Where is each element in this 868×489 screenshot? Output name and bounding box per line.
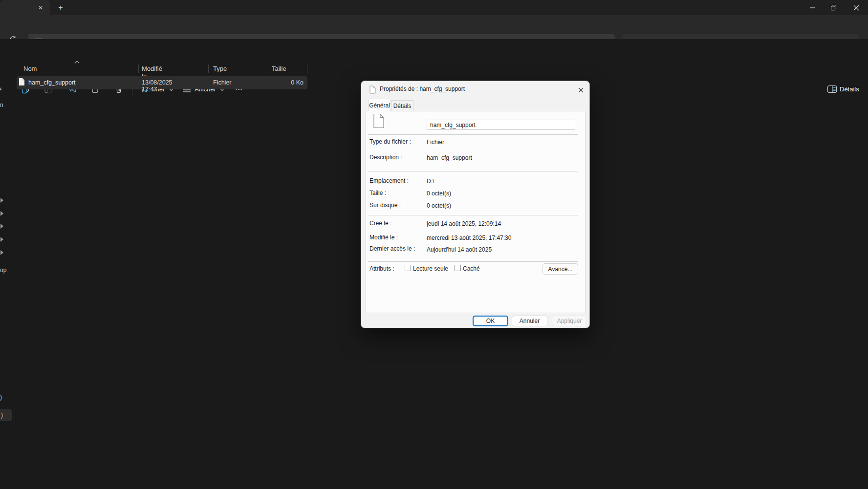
properties-dialog: Propriétés de : ham_cfg_support Général … <box>361 81 590 328</box>
attributes-label: Attributs : <box>369 265 394 272</box>
column-header-name[interactable]: Nom <box>23 65 37 72</box>
tab-close-icon[interactable]: ✕ <box>36 3 45 12</box>
field-label: Taille : <box>369 190 386 196</box>
field-label: Dernier accès le : <box>369 245 415 252</box>
general-tab-page: Type du fichier : Fichier Description : … <box>366 111 586 313</box>
field-value: ham_cfg_support <box>427 154 472 161</box>
tab-bar: ✕ + <box>0 0 868 15</box>
field-value: jeudi 14 août 2025, 12:09:14 <box>427 220 501 227</box>
column-header-size[interactable]: Taille <box>272 65 286 72</box>
field-label: Sur disque : <box>369 202 401 209</box>
file-modified: 13/08/2025 17:47 <box>142 79 173 93</box>
sort-ascending-caret-icon <box>74 61 80 64</box>
cancel-button[interactable]: Annuler <box>512 316 547 326</box>
read-only-checkbox[interactable] <box>405 265 411 271</box>
field-label: Créé le : <box>369 220 391 227</box>
separator <box>368 215 578 215</box>
command-bar: ✂ A <box>0 39 868 61</box>
separator <box>368 261 578 262</box>
dialog-title: Propriétés de : ham_cfg_support <box>380 85 465 92</box>
nav-pane-splitter[interactable] <box>15 61 15 486</box>
field-value: Fichier <box>427 139 444 146</box>
field-label: Emplacement : <box>369 177 409 184</box>
address-bar: › Ce PC › Lecteur USB (D:) Rechercher da… <box>0 15 868 39</box>
field-label: Modifié le : <box>369 234 398 241</box>
hidden-checkbox[interactable] <box>455 265 461 271</box>
minimize-icon <box>809 5 815 11</box>
field-label: Type du fichier : <box>369 138 411 145</box>
separator <box>368 171 578 171</box>
field-label: Description : <box>369 154 402 161</box>
read-only-label: Lecture seule <box>413 265 448 272</box>
details-pane-label: Détails <box>840 85 859 93</box>
file-size: 0 Ko <box>264 79 304 86</box>
ok-button[interactable]: OK <box>473 316 508 326</box>
file-type-icon <box>373 113 385 128</box>
close-icon <box>578 87 584 93</box>
tab-details[interactable]: Détails <box>391 100 413 111</box>
close-icon <box>853 5 859 11</box>
nav-item-fragment[interactable]: ) <box>0 394 2 401</box>
tab-details-label: Détails <box>393 103 412 109</box>
field-value: 0 octet(s) <box>427 190 451 197</box>
nav-item-fragment[interactable]: n <box>0 102 3 108</box>
file-name-input[interactable] <box>427 120 575 130</box>
minimize-button[interactable] <box>802 0 823 15</box>
nav-item-fragment[interactable]: op <box>0 267 6 274</box>
dialog-file-icon <box>369 85 376 94</box>
details-pane-button[interactable]: Détails <box>827 84 866 96</box>
cut-button[interactable]: ✂ <box>0 85 2 94</box>
tab-general-label: Général <box>369 102 390 109</box>
restore-icon <box>830 4 837 11</box>
tree-expand-chevron-icon[interactable] <box>0 223 4 229</box>
column-divider[interactable] <box>208 64 209 73</box>
field-value: 0 octet(s) <box>427 202 451 209</box>
field-value: mercredi 13 août 2025, 17:47:30 <box>427 234 511 241</box>
details-pane-icon <box>827 85 837 94</box>
column-header-type[interactable]: Type <box>213 65 227 72</box>
tree-expand-chevron-icon[interactable] <box>0 250 4 255</box>
file-name: ham_cfg_support <box>28 79 76 86</box>
tab-general[interactable]: Général <box>368 99 391 111</box>
advanced-button[interactable]: Avancé... <box>542 263 578 275</box>
separator <box>368 134 578 135</box>
dialog-close-button[interactable] <box>575 85 586 95</box>
hidden-label: Caché <box>463 265 480 272</box>
column-divider[interactable] <box>268 64 268 73</box>
tree-expand-chevron-icon[interactable] <box>0 211 4 216</box>
cut-icon: ✂ <box>0 85 2 93</box>
field-value: Aujourd'hui 14 août 2025 <box>427 246 492 253</box>
new-tab-button[interactable]: + <box>55 2 66 13</box>
file-type: Fichier <box>213 79 232 86</box>
close-button[interactable] <box>844 0 868 15</box>
tree-expand-chevron-icon[interactable] <box>0 236 4 242</box>
column-divider[interactable] <box>138 64 139 73</box>
explorer-tab[interactable]: ✕ <box>0 0 50 15</box>
maximize-button[interactable] <box>823 0 844 15</box>
file-icon <box>19 78 25 86</box>
tree-expand-chevron-icon[interactable] <box>0 197 4 203</box>
field-value: D:\ <box>427 178 434 185</box>
column-divider[interactable] <box>307 64 307 73</box>
apply-button[interactable]: Appliquer <box>552 316 587 326</box>
nav-item-selected-fragment[interactable]: ) <box>0 409 12 421</box>
